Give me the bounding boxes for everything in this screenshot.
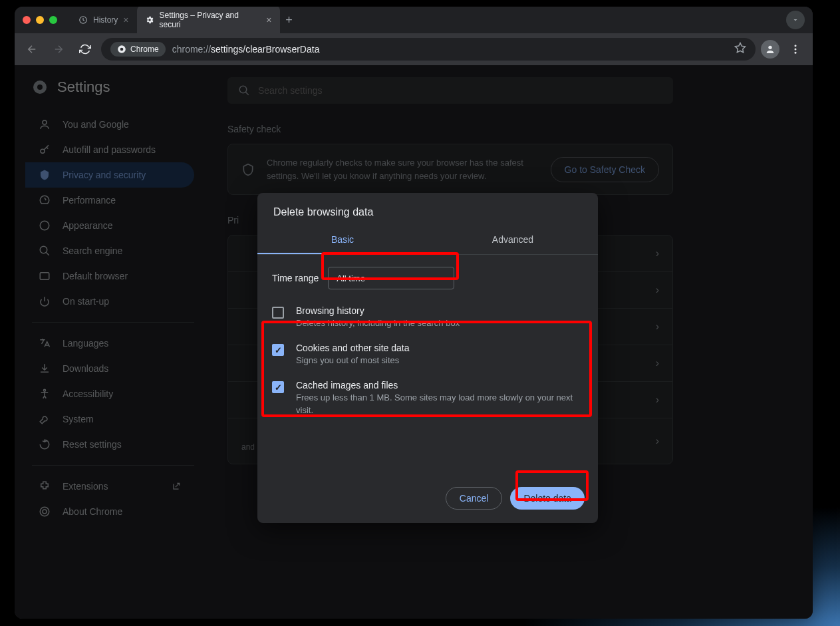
bookmark-icon[interactable]	[734, 42, 746, 57]
chevron-down-icon	[439, 275, 446, 281]
delete-data-button[interactable]: Delete data	[510, 487, 585, 510]
tab-advanced[interactable]: Advanced	[428, 226, 598, 254]
close-icon[interactable]: ×	[266, 15, 271, 25]
window-controls	[23, 16, 57, 24]
checkbox-cache[interactable]	[272, 381, 284, 393]
dialog-footer: Cancel Delete data	[257, 476, 598, 523]
titlebar: History × Settings – Privacy and securi …	[15, 7, 813, 33]
close-window-button[interactable]	[23, 16, 31, 24]
browser-window: History × Settings – Privacy and securi …	[15, 7, 813, 619]
checkbox-title: Cached images and files	[296, 380, 583, 391]
time-range-row: Time range All time	[269, 257, 586, 299]
tab-strip: History × Settings – Privacy and securi …	[70, 7, 786, 35]
checkbox-subtitle: Frees up less than 1 MB. Some sites may …	[296, 392, 583, 416]
browser-toolbar: Chrome chrome://settings/clearBrowserDat…	[15, 33, 813, 65]
profile-button[interactable]	[761, 40, 779, 59]
tab-settings-label: Settings – Privacy and securi	[160, 11, 261, 29]
dialog-title: Delete browsing data	[257, 193, 598, 226]
tab-basic[interactable]: Basic	[257, 226, 428, 254]
minimize-window-button[interactable]	[36, 16, 44, 24]
back-button[interactable]	[21, 39, 43, 60]
time-range-value: All time	[337, 273, 365, 283]
new-tab-button[interactable]: +	[280, 11, 299, 29]
checkbox-browsing-history[interactable]	[272, 307, 284, 319]
tab-search-button[interactable]	[786, 11, 805, 29]
svg-point-3	[768, 46, 771, 49]
site-chip[interactable]: Chrome	[110, 42, 166, 57]
url-text: chrome://settings/clearBrowserData	[172, 44, 320, 55]
dialog-tabs: Basic Advanced	[257, 226, 598, 255]
time-range-select[interactable]: All time	[328, 267, 454, 289]
dialog-body: Time range All time Browsing history Del…	[257, 255, 598, 430]
checkbox-cookies[interactable]	[272, 344, 284, 356]
svg-point-4	[795, 45, 797, 47]
tab-history[interactable]: History ×	[70, 9, 137, 31]
checkbox-title: Cookies and other site data	[296, 343, 409, 353]
cancel-button[interactable]: Cancel	[446, 487, 503, 510]
reload-button[interactable]	[74, 39, 96, 60]
checkbox-row-cache: Cached images and files Frees up less th…	[269, 373, 586, 422]
delete-browsing-data-dialog: Delete browsing data Basic Advanced Time…	[257, 193, 598, 523]
svg-point-6	[795, 52, 797, 54]
site-chip-label: Chrome	[130, 45, 159, 54]
time-range-label: Time range	[272, 273, 319, 283]
checkbox-subtitle: Deletes history, including in the search…	[296, 317, 460, 329]
address-bar[interactable]: Chrome chrome://settings/clearBrowserDat…	[101, 38, 756, 61]
maximize-window-button[interactable]	[49, 16, 57, 24]
gear-icon	[145, 15, 154, 25]
close-icon[interactable]: ×	[123, 15, 128, 25]
history-icon	[78, 15, 88, 25]
forward-button[interactable]	[48, 39, 69, 60]
svg-point-2	[120, 48, 124, 51]
checkbox-row-cookies: Cookies and other site data Signs you ou…	[269, 336, 586, 373]
menu-button[interactable]	[785, 39, 806, 60]
svg-point-5	[795, 49, 797, 51]
checkbox-subtitle: Signs you out of most sites	[296, 355, 409, 367]
chrome-icon	[117, 45, 126, 54]
checkbox-row-history: Browsing history Deletes history, includ…	[269, 299, 586, 336]
checkbox-title: Browsing history	[296, 305, 460, 316]
tab-settings[interactable]: Settings – Privacy and securi ×	[137, 7, 280, 35]
tab-history-label: History	[93, 15, 118, 25]
